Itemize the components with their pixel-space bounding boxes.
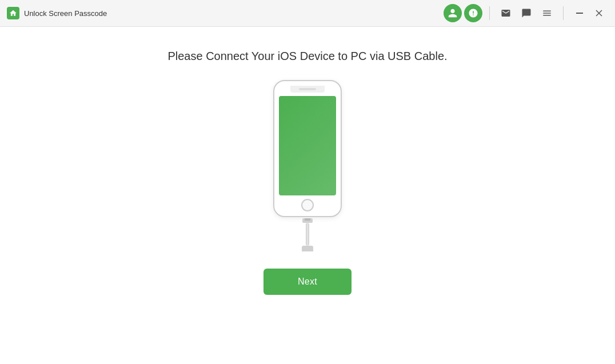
close-button[interactable] <box>590 4 608 22</box>
titlebar-left: Unlock Screen Passcode <box>7 7 444 19</box>
app-title: Unlock Screen Passcode <box>24 9 107 18</box>
chat-icon-button[interactable] <box>517 4 536 22</box>
main-content: Please Connect Your iOS Device to PC via… <box>0 27 615 364</box>
menu-icon-button[interactable] <box>538 4 556 22</box>
window-controls <box>570 4 608 22</box>
usb-connector <box>302 218 313 223</box>
titlebar-divider <box>489 6 490 20</box>
phone-screen <box>279 96 336 195</box>
usb-cable <box>302 218 313 251</box>
phone-speaker <box>299 88 316 90</box>
svg-rect-0 <box>576 13 583 14</box>
instruction-text: Please Connect Your iOS Device to PC via… <box>167 50 447 63</box>
phone-illustration <box>273 80 342 251</box>
phone-top-bar <box>290 86 325 93</box>
app-home-icon <box>7 7 19 19</box>
usb-wire <box>306 223 309 246</box>
feedback-icon-button[interactable] <box>464 4 482 22</box>
usb-pins <box>305 218 310 221</box>
phone-home-button <box>301 199 314 211</box>
titlebar: Unlock Screen Passcode <box>0 0 615 27</box>
mail-icon-button[interactable] <box>497 4 515 22</box>
user-icon-button[interactable] <box>444 4 462 22</box>
titlebar-divider-2 <box>563 6 564 20</box>
usb-plug-head <box>302 246 313 251</box>
titlebar-right <box>444 4 608 22</box>
phone-body <box>273 80 342 217</box>
minimize-button[interactable] <box>570 4 589 22</box>
next-button[interactable]: Next <box>263 269 352 295</box>
